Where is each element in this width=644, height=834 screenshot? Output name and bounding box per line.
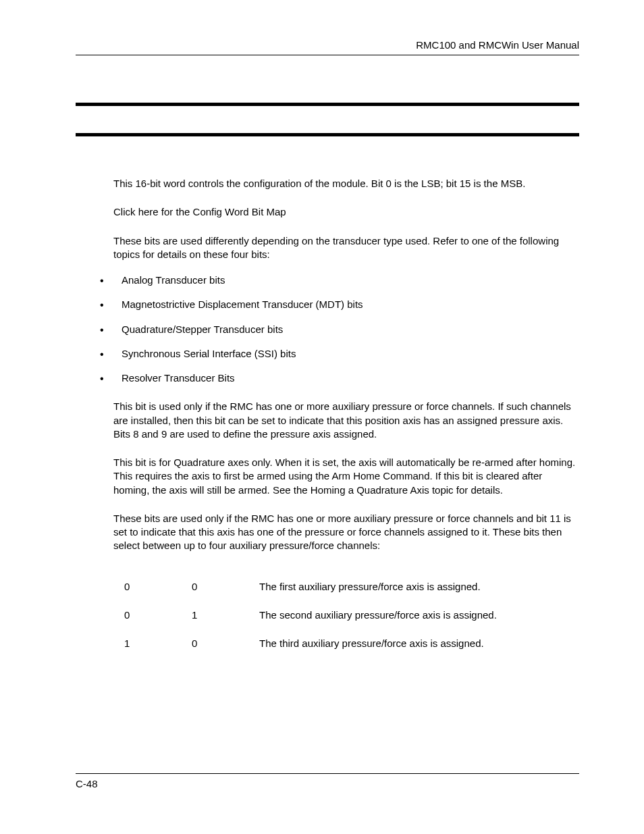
header-title: RMC100 and RMCWin User Manual — [76, 39, 579, 51]
table-row: 0 1 The second auxiliary pressure/force … — [124, 608, 502, 637]
bit-assignment-table: 0 0 The first auxiliary pressure/force a… — [124, 580, 502, 666]
list-item: Quadrature/Stepper Transducer bits — [100, 323, 579, 336]
header-rule — [76, 55, 579, 55]
section-divider-1 — [76, 103, 579, 106]
table-row: 0 0 The first auxiliary pressure/force a… — [124, 580, 502, 608]
cell-bit9: 0 — [124, 580, 192, 608]
page-container: RMC100 and RMCWin User Manual This 16-bi… — [0, 0, 644, 834]
cell-desc: The second auxiliary pressure/force axis… — [259, 608, 502, 637]
cell-bit8: 0 — [192, 637, 259, 665]
cell-bit8: 0 — [192, 580, 259, 608]
list-item: Resolver Transducer Bits — [100, 371, 579, 385]
page-header: RMC100 and RMCWin User Manual — [76, 39, 579, 55]
page-footer: C-48 — [76, 773, 579, 789]
transducer-bullet-list: Analog Transducer bits Magnetostrictive … — [113, 273, 579, 385]
list-item: Analog Transducer bits — [100, 273, 579, 287]
table-row: 1 0 The third auxiliary pressure/force a… — [124, 637, 502, 665]
cell-bit8: 1 — [192, 608, 259, 637]
intro-paragraph-3: These bits are used differently dependin… — [113, 234, 579, 262]
body-content: This 16-bit word controls the configurat… — [113, 177, 579, 665]
footer-rule — [76, 773, 579, 774]
bit-paragraph-4: This bit is used only if the RMC has one… — [113, 400, 579, 441]
cell-bit9: 0 — [124, 608, 192, 637]
list-item: Magnetostrictive Displacement Transducer… — [100, 298, 579, 311]
section-divider-2 — [76, 133, 579, 136]
intro-paragraph-1: This 16-bit word controls the configurat… — [113, 177, 579, 190]
cell-desc: The third auxiliary pressure/force axis … — [259, 637, 502, 665]
page-number: C-48 — [76, 778, 579, 789]
list-item: Synchronous Serial Interface (SSI) bits — [100, 347, 579, 361]
cell-bit9: 1 — [124, 637, 192, 665]
cell-desc: The first auxiliary pressure/force axis … — [259, 580, 502, 608]
bit-paragraph-5: This bit is for Quadrature axes only. Wh… — [113, 456, 579, 497]
intro-paragraph-2: Click here for the Config Word Bit Map — [113, 205, 579, 219]
bit-paragraph-6: These bits are used only if the RMC has … — [113, 512, 579, 553]
